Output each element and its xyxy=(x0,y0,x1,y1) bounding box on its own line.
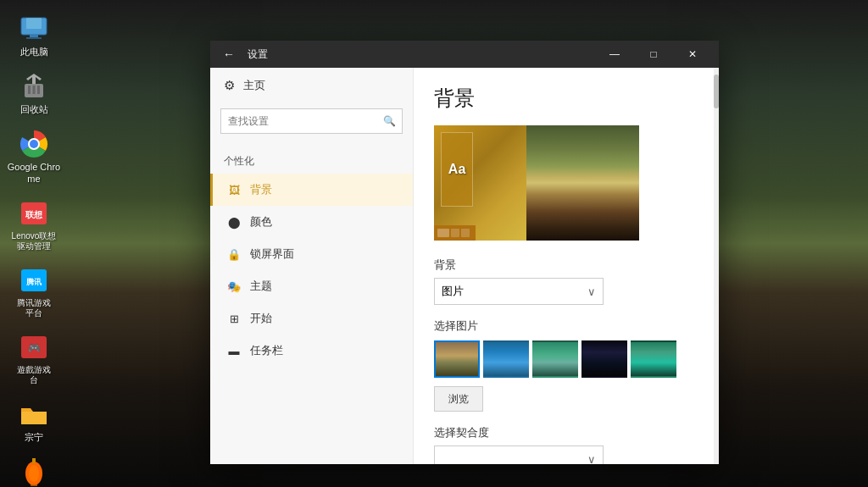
preview-taskbar xyxy=(434,225,476,241)
svg-text:联想: 联想 xyxy=(25,210,43,219)
desktop-icon-tencent[interactable]: 腾讯 腾讯游戏平台 xyxy=(3,260,64,324)
svg-rect-19 xyxy=(32,458,36,463)
back-button[interactable]: ← xyxy=(217,42,241,66)
picture-section-label: 选择图片 xyxy=(434,318,698,334)
picture-thumb-5[interactable] xyxy=(631,340,676,378)
minimize-button[interactable]: — xyxy=(595,41,634,68)
fit-section-label: 选择契合度 xyxy=(434,425,698,440)
nav-home[interactable]: ⚙ 主页 xyxy=(210,68,413,103)
bg-type-section: 背景 图片 ∨ xyxy=(434,257,698,305)
preview-window-sim: Aa xyxy=(441,132,473,207)
nav-item-theme-label: 主题 xyxy=(250,279,272,294)
nav-item-start-label: 开始 xyxy=(250,311,272,326)
desktop-icon-chrome[interactable]: Google Chrome xyxy=(3,124,64,189)
nav-item-color[interactable]: ⬤ 颜色 xyxy=(210,206,413,238)
desktop-icon-folder[interactable]: 宗宁 xyxy=(3,394,64,448)
desktop-icon-game[interactable]: 🎮 遊戲游戏台 xyxy=(3,327,64,390)
desktop-icon-lantern[interactable]: Lantern xyxy=(3,451,64,487)
desktop-icon-pc-label: 此电脑 xyxy=(20,47,48,58)
picture-thumb-1[interactable] xyxy=(434,340,480,378)
bg-section-label: 背景 xyxy=(434,257,698,273)
svg-rect-6 xyxy=(33,86,36,94)
desktop-icon-recycle-label: 回收站 xyxy=(20,104,48,115)
window-title: 设置 xyxy=(241,47,595,62)
desktop-icon-chrome-label: Google Chrome xyxy=(7,162,61,184)
picture-thumb-2[interactable] xyxy=(483,340,529,378)
preview-start-btn xyxy=(437,229,449,237)
picture-section: 选择图片 浏览 xyxy=(434,318,698,412)
search-icon: 🔍 xyxy=(383,115,396,127)
preview-bg: Aa xyxy=(434,125,639,241)
background-icon: 🖼 xyxy=(226,182,242,197)
nav-item-start[interactable]: ⊞ 开始 xyxy=(210,302,413,335)
desktop-icon-tencent-label: 腾讯游戏平台 xyxy=(17,298,51,318)
close-button[interactable]: ✕ xyxy=(673,41,712,68)
scroll-thumb[interactable] xyxy=(714,75,719,108)
nav-item-theme[interactable]: 🎭 主题 xyxy=(210,270,413,302)
nav-home-label: 主页 xyxy=(243,78,265,93)
svg-point-20 xyxy=(29,465,39,482)
settings-window: ← 设置 — □ ✕ ⚙ 主页 🔍 个性化 xyxy=(210,41,719,464)
left-nav: ⚙ 主页 🔍 个性化 🖼 背景 ⬤ 颜色 🔒 xyxy=(210,68,414,464)
theme-icon: 🎭 xyxy=(226,279,242,294)
desktop-icon-folder-label: 宗宁 xyxy=(25,432,43,443)
svg-text:🎮: 🎮 xyxy=(28,341,41,354)
start-icon: ⊞ xyxy=(226,311,242,326)
maximize-button[interactable]: □ xyxy=(634,41,673,68)
preview-desktop-sim: Aa xyxy=(434,125,526,241)
desktop-icon-area: 此电脑 回收站 xyxy=(0,0,68,487)
svg-rect-5 xyxy=(28,86,31,94)
nav-item-color-label: 颜色 xyxy=(250,214,272,230)
fit-select[interactable]: ∨ xyxy=(434,445,604,464)
svg-rect-17 xyxy=(21,412,47,424)
desktop-icon-game-label: 遊戲游戏台 xyxy=(17,365,51,385)
bg-select-value: 图片 xyxy=(442,284,464,299)
page-title: 背景 xyxy=(434,85,698,112)
home-icon: ⚙ xyxy=(224,78,235,93)
scroll-indicator xyxy=(714,68,719,464)
svg-rect-3 xyxy=(26,37,42,39)
nav-item-lockscreen-label: 锁屏界面 xyxy=(250,246,294,262)
content-area: ⚙ 主页 🔍 个性化 🖼 背景 ⬤ 颜色 🔒 xyxy=(210,68,719,464)
desktop-icon-recycle[interactable]: 回收站 xyxy=(3,66,64,120)
title-bar: ← 设置 — □ ✕ xyxy=(210,41,719,68)
preview-task-icon2 xyxy=(461,229,470,237)
preview-aa-text: Aa xyxy=(448,162,465,177)
color-icon: ⬤ xyxy=(226,214,242,230)
svg-point-10 xyxy=(30,140,38,148)
preview-wallpaper xyxy=(526,125,639,241)
window-controls: — □ ✕ xyxy=(595,41,712,68)
svg-rect-2 xyxy=(30,35,38,37)
desktop: 此电脑 回收站 xyxy=(0,0,868,487)
preview-task-icon xyxy=(451,229,459,237)
search-input[interactable] xyxy=(220,108,403,134)
svg-text:腾讯: 腾讯 xyxy=(25,278,42,286)
nav-section-title: 个性化 xyxy=(210,144,413,174)
bg-select-arrow: ∨ xyxy=(587,285,596,298)
nav-item-lockscreen[interactable]: 🔒 锁屏界面 xyxy=(210,238,413,270)
right-content: 背景 Aa xyxy=(414,68,719,464)
browse-button[interactable]: 浏览 xyxy=(434,386,483,412)
fit-section: 选择契合度 ∨ xyxy=(434,425,698,464)
svg-rect-7 xyxy=(37,86,40,94)
picture-thumb-4[interactable] xyxy=(581,340,627,378)
svg-rect-1 xyxy=(26,18,42,29)
nav-item-background[interactable]: 🖼 背景 xyxy=(210,174,413,206)
desktop-icon-pc[interactable]: 此电脑 xyxy=(3,8,64,63)
search-box: 🔍 xyxy=(220,108,403,134)
bg-type-select[interactable]: 图片 ∨ xyxy=(434,278,604,305)
picture-thumb-3[interactable] xyxy=(532,340,578,378)
taskbar-icon: ▬ xyxy=(226,343,242,358)
background-preview: Aa xyxy=(434,125,639,241)
nav-item-taskbar[interactable]: ▬ 任务栏 xyxy=(210,335,413,367)
picture-grid xyxy=(434,340,698,378)
desktop-icon-lenovo-label: Lenovo联想驱动管理 xyxy=(12,231,57,252)
fit-select-arrow: ∨ xyxy=(587,453,596,465)
desktop-icon-lenovo[interactable]: 联想 Lenovo联想驱动管理 xyxy=(3,193,64,257)
lockscreen-icon: 🔒 xyxy=(226,246,242,262)
nav-item-taskbar-label: 任务栏 xyxy=(250,343,283,358)
nav-item-background-label: 背景 xyxy=(250,182,272,197)
